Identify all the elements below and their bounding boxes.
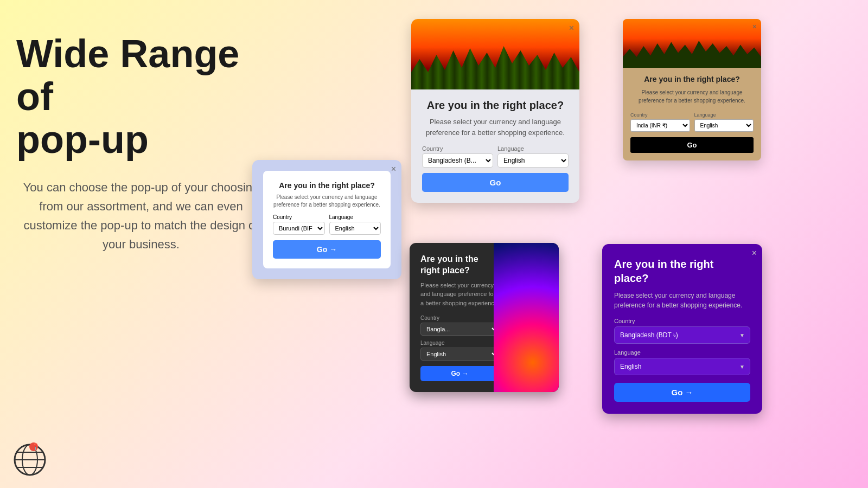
popup-1-inner: Are you in the right place? Please selec… [263, 171, 391, 268]
popup-4-country-label: Country [630, 112, 690, 118]
popup-3-image [494, 243, 559, 392]
popup-2-image [411, 19, 579, 89]
popup-3-country-group: Country Bangla... [420, 315, 499, 336]
popup-5-close[interactable]: × [752, 248, 757, 258]
popup-2-language-group: Language English [497, 145, 569, 168]
popup-2-country-select[interactable]: Bangladesh (B... [422, 153, 493, 168]
popup-2-country-label: Country [422, 145, 493, 152]
popup-1-form-row: Country Burundi (BIF Fr) Language Englis… [273, 214, 381, 235]
title-line1: Wide Range of [16, 32, 239, 118]
popup-2-content: Are you in the right place? Please selec… [411, 89, 579, 203]
popup-5-language-group: Language English [614, 349, 750, 375]
popup-1-language-group: Language English [329, 214, 381, 235]
popup-4-desc: Please select your currency and language… [630, 88, 754, 105]
popup-2-close[interactable]: × [569, 23, 574, 33]
left-section: Wide Range of pop-up You can choose the … [16, 33, 266, 254]
popup-4-title: Are you in the right place? [630, 74, 754, 84]
popup-4-language-select[interactable]: English [694, 119, 754, 132]
popup-5: × Are you in the right place? Please sel… [602, 244, 762, 414]
popup-4-close[interactable]: × [752, 22, 757, 31]
popup-4-form-row: Country India (INR ₹) Language English [630, 112, 754, 132]
popup-4-image [623, 19, 761, 68]
popup-1-language-label: Language [329, 214, 381, 220]
popup-3-language-group: Language English [420, 340, 499, 361]
popup-5-title: Are you in the right place? [614, 257, 750, 285]
popup-5-go-button[interactable]: Go → [614, 383, 750, 402]
title-line2: pop-up [16, 118, 149, 161]
popup-5-language-wrapper: English [614, 358, 750, 375]
popup-2-desc: Please select your currency and language… [422, 117, 569, 138]
popup-3-art [494, 243, 559, 392]
popup-2-language-label: Language [497, 145, 569, 152]
popup-1-go-button[interactable]: Go → [273, 240, 381, 259]
logo: 📍 [11, 439, 49, 477]
popup-4-country-select[interactable]: India (INR ₹) [630, 119, 690, 132]
popup-3-language-label: Language [420, 340, 499, 346]
popup-2-language-select[interactable]: English [497, 153, 569, 168]
popup-3-text: Are you in the right place? Please selec… [420, 254, 499, 381]
popup-5-language-label: Language [614, 349, 750, 356]
popup-3-title: Are you in the right place? [420, 254, 499, 277]
popup-2: × Are you in the right place? Please sel… [411, 19, 579, 203]
popup-1-country-select[interactable]: Burundi (BIF Fr) [273, 222, 325, 235]
popup-4-content: Are you in the right place? Please selec… [623, 68, 761, 160]
subtitle-text: You can choose the pop-up of your choosi… [16, 178, 266, 254]
popup-5-desc: Please select your currency and language… [614, 291, 750, 310]
popup-1-desc: Please select your currency and language… [273, 194, 381, 209]
popup-5-country-select[interactable]: Bangladesh (BDT ৳) [614, 326, 750, 344]
popup-5-country-label: Country [614, 318, 750, 324]
svg-text:📍: 📍 [31, 442, 40, 451]
popup-3-country-label: Country [420, 315, 499, 321]
popup-2-go-button[interactable]: Go [422, 173, 569, 192]
popup-3-language-select[interactable]: English [420, 348, 499, 361]
popup-3: × Are you in the right place? Please sel… [410, 243, 559, 392]
popup-2-title: Are you in the right place? [422, 98, 569, 112]
popup-4-country-group: Country India (INR ₹) [630, 112, 690, 132]
popup-4-language-group: Language English [694, 112, 754, 132]
popup-4-go-button[interactable]: Go [630, 137, 754, 153]
popup-1-language-select[interactable]: English [329, 222, 381, 235]
popup-3-desc: Please select your currency and language… [420, 281, 499, 308]
popup-1-close[interactable]: × [391, 164, 396, 174]
popup-1-title: Are you in the right place? [273, 181, 381, 190]
popup-4: × Are you in the right place? Please sel… [623, 19, 761, 160]
popup-3-go-button[interactable]: Go → [420, 366, 499, 381]
popup-2-form-row: Country Bangladesh (B... Language Englis… [422, 145, 569, 168]
popup-1: × Are you in the right place? Please sel… [252, 160, 401, 279]
popup-4-language-label: Language [694, 112, 754, 118]
popup-1-country-label: Country [273, 214, 325, 220]
popup-5-country-wrapper: Bangladesh (BDT ৳) [614, 326, 750, 344]
popup-5-language-select[interactable]: English [614, 358, 750, 375]
popup-2-country-group: Country Bangladesh (B... [422, 145, 493, 168]
popup-1-country-group: Country Burundi (BIF Fr) [273, 214, 325, 235]
popup-3-country-select[interactable]: Bangla... [420, 323, 499, 336]
popup-5-country-group: Country Bangladesh (BDT ৳) [614, 318, 750, 344]
main-title: Wide Range of pop-up [16, 33, 266, 162]
